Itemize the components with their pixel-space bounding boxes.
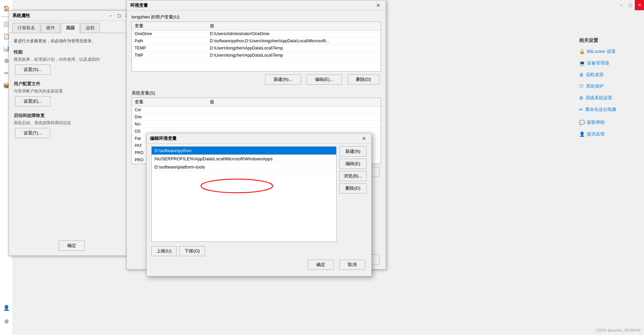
user-profile-desc: 与登录帐户相关的桌面设置: [14, 88, 130, 94]
rename-pc-icon: ✏: [579, 107, 583, 112]
remote-desktop-icon: 🖥: [579, 72, 584, 77]
edit-list-container: D:\software\python %USERPROFILE%\AppData…: [151, 146, 367, 242]
move-down-btn[interactable]: 下移(O): [179, 246, 205, 256]
edit-list-item-0[interactable]: D:\software\python: [152, 147, 336, 155]
edit-list-item-2[interactable]: D:\software\platform-tools: [152, 163, 336, 171]
tab-computer-name[interactable]: 计算机名: [12, 23, 40, 33]
sys-vars-header: 变量 值: [132, 98, 381, 106]
sys-col-var-header: 变量: [135, 99, 210, 105]
related-settings-title: 相关设置: [579, 38, 641, 44]
feedback-link[interactable]: 👤 提供反馈: [579, 131, 641, 137]
edit-ok-btn[interactable]: 确定: [308, 260, 334, 270]
user-edit-btn[interactable]: 编辑(E)...: [306, 74, 342, 85]
edit-new-btn[interactable]: 新建(N): [339, 146, 367, 157]
user-vars-buttons: 新建(N)... 编辑(E)... 删除(D): [127, 72, 386, 87]
tab-remote[interactable]: 远程: [81, 23, 100, 33]
system-protection-label: 系统保护: [586, 83, 604, 89]
sys-var-row-1[interactable]: Driv: [132, 114, 381, 121]
main-close-btn[interactable]: ✕: [635, 0, 644, 10]
sysprops-footer: 确定: [9, 241, 135, 251]
col-val-header: 值: [210, 23, 378, 29]
startup-settings-btn[interactable]: 设置(T)...: [15, 128, 50, 138]
user-var-name-1: Path: [135, 39, 210, 43]
sysprops-title: 系统属性: [12, 13, 107, 19]
sys-var-val-0: [210, 107, 378, 112]
help-icon: 💬: [579, 120, 585, 125]
device-manager-icon: 💻: [579, 60, 585, 66]
edit-list[interactable]: D:\software\python %USERPROFILE%\AppData…: [151, 146, 337, 242]
sys-var-row-0[interactable]: Cor: [132, 106, 381, 114]
remote-desktop-label: 远程桌面: [586, 72, 604, 78]
user-var-name-3: TMP: [135, 53, 210, 58]
main-minimize-btn[interactable]: –: [617, 0, 626, 10]
edit-buttons: 新建(N) 编辑(E) 浏览(B)... 删除(D): [339, 146, 367, 242]
edit-delete-btn[interactable]: 删除(D): [339, 183, 367, 193]
move-buttons: 上移(U) 下移(O): [147, 243, 210, 259]
system-protection-link[interactable]: 🛡 系统保护: [579, 83, 641, 89]
startup-section: 启动和故障恢复 系统启动、系统故障和调试信息 设置(T)...: [14, 113, 130, 138]
sysprops-ok-btn[interactable]: 确定: [59, 241, 85, 251]
sysprops-content: 要进行大多数更改，你必须作为管理员登录。 性能 视觉效果，处理器计划，内存使用，…: [9, 33, 135, 149]
tab-advanced[interactable]: 高级: [61, 23, 80, 33]
device-manager-link[interactable]: 💻 设备管理器: [579, 60, 641, 66]
move-up-btn[interactable]: 上移(U): [151, 246, 177, 256]
user-var-name-2: TEMP: [135, 46, 210, 50]
sys-var-val-2: [210, 122, 378, 127]
user-vars-body: OneDrive D:\Users\Administrator\OneDrive…: [132, 30, 381, 71]
sysprops-maximize-btn[interactable]: ▢: [115, 12, 123, 19]
help-section: 💬 获取帮助 👤 提供反馈: [579, 119, 641, 137]
user-profile-title: 用户配置文件: [14, 81, 130, 87]
sys-var-row-2[interactable]: NU: [132, 121, 381, 128]
user-delete-btn[interactable]: 删除(D): [347, 74, 380, 85]
device-manager-label: 设备管理器: [587, 60, 609, 66]
edit-list-item-1[interactable]: %USERPROFILE%\AppData\Local\Microsoft\Wi…: [152, 155, 336, 163]
edit-edit-btn[interactable]: 编辑(E): [339, 159, 367, 169]
user-new-btn[interactable]: 新建(N)...: [265, 74, 301, 85]
edit-env-titlebar: 编辑环境变量 ✕: [147, 133, 371, 144]
admin-note: 要进行大多数更改，你必须作为管理员登录。: [14, 38, 130, 44]
tab-hardware[interactable]: 硬件: [41, 23, 60, 33]
edit-env-close-btn[interactable]: ✕: [360, 135, 368, 142]
advanced-system-label: 高级系统设置: [586, 95, 612, 101]
settings-titlebar: 设置: [0, 0, 126, 10]
csdn-watermark: CSDN @weixin_38185649: [596, 328, 641, 332]
rename-pc-link[interactable]: ✏ 重命名这台电脑: [579, 106, 641, 113]
sidebar-icon-user[interactable]: 👤: [1, 302, 12, 313]
user-var-val-1: D:\software\python;D:\Users\tongzhen\App…: [210, 39, 378, 43]
feedback-label: 提供反馈: [587, 131, 605, 137]
user-var-val-2: D:\Users\tongzhen\AppData\Local\Temp: [210, 46, 378, 50]
main-maximize-btn[interactable]: ▢: [626, 0, 635, 10]
edit-cancel-btn[interactable]: 取消: [339, 260, 365, 270]
help-label: 获取帮助: [587, 119, 605, 126]
startup-desc: 系统启动、系统故障和调试信息: [14, 120, 130, 126]
sysprops-minimize-btn[interactable]: –: [107, 12, 115, 19]
rename-pc-label: 重命名这台电脑: [585, 106, 616, 113]
performance-section: 性能 视觉效果，处理器计划，内存使用，以及虚拟内 设置(S)...: [14, 49, 130, 75]
user-profile-section: 用户配置文件 与登录帐户相关的桌面设置 设置(E)...: [14, 81, 130, 106]
performance-desc: 视觉效果，处理器计划，内存使用，以及虚拟内: [14, 57, 130, 62]
user-var-row-2[interactable]: TEMP D:\Users\tongzhen\AppData\Local\Tem…: [132, 45, 381, 52]
remote-desktop-link[interactable]: 🖥 远程桌面: [579, 72, 641, 78]
sys-var-val-1: [210, 115, 378, 119]
sys-var-name-0: Cor: [135, 107, 210, 112]
sys-var-name-1: Driv: [135, 115, 210, 119]
user-var-row-1[interactable]: Path D:\software\python;D:\Users\tongzhe…: [132, 38, 381, 45]
edit-env-dialog: 编辑环境变量 ✕ D:\software\python %USERPROFILE…: [146, 133, 372, 276]
related-settings-panel: 相关设置 🔒 BitLocker 设置 💻 设备管理器 🖥 远程桌面 🛡 系统保…: [576, 34, 644, 146]
get-help-link[interactable]: 💬 获取帮助: [579, 119, 641, 126]
performance-settings-btn[interactable]: 设置(S)...: [15, 64, 51, 75]
sysprops-tabs: 计算机名 硬件 高级 远程: [9, 21, 135, 33]
system-protection-icon: 🛡: [579, 84, 584, 89]
env-title: 环境变量: [130, 2, 374, 9]
user-profile-settings-btn[interactable]: 设置(E)...: [15, 96, 51, 106]
bitlocker-link[interactable]: 🔒 BitLocker 设置: [579, 48, 641, 55]
user-var-name-0: OneDrive: [135, 31, 210, 36]
user-var-row-0[interactable]: OneDrive D:\Users\Administrator\OneDrive: [132, 30, 381, 38]
advanced-system-link[interactable]: ⚙ 高级系统设置: [579, 95, 641, 101]
advanced-system-icon: ⚙: [579, 95, 584, 101]
env-close-btn[interactable]: ✕: [374, 2, 382, 9]
edit-browse-btn[interactable]: 浏览(B)...: [339, 171, 367, 181]
sidebar-icon-bottom[interactable]: ⚙: [1, 316, 12, 327]
startup-title: 启动和故障恢复: [14, 113, 130, 119]
user-var-row-3[interactable]: TMP D:\Users\tongzhen\AppData\Local\Temp: [132, 52, 381, 59]
